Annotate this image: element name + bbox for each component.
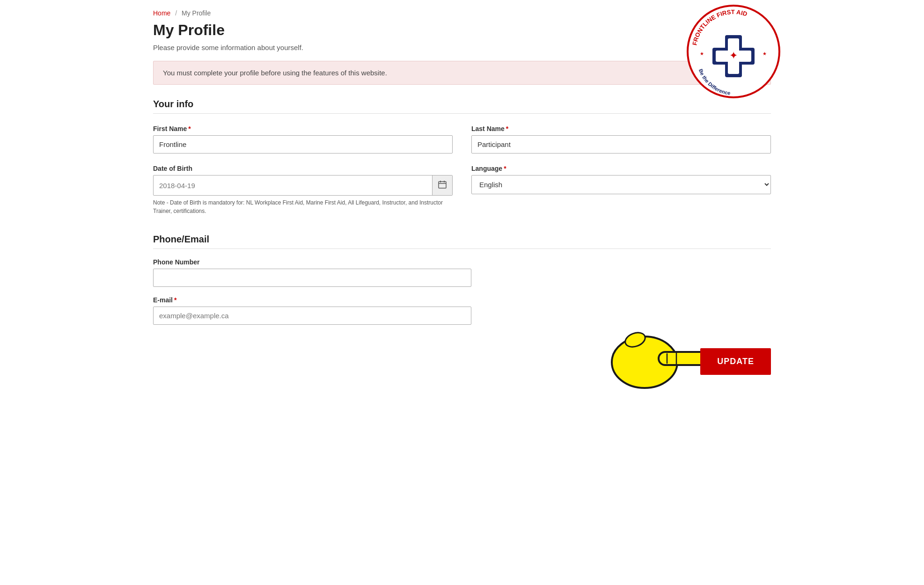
svg-text:★: ★ (763, 51, 767, 56)
dob-input-wrapper (153, 175, 453, 196)
name-row: First Name* Last Name* (153, 125, 771, 154)
svg-rect-12 (439, 182, 446, 188)
update-button[interactable]: UPDATE (700, 348, 771, 375)
dob-input[interactable] (154, 177, 432, 194)
phone-label: Phone Number (153, 258, 471, 266)
alert-message: You must complete your profile before us… (153, 61, 771, 85)
your-info-section: Your info First Name* Last Name* Date of… (153, 99, 771, 215)
email-group: E-mail* (153, 296, 471, 325)
first-name-input[interactable] (153, 135, 453, 154)
phone-input[interactable] (153, 269, 471, 287)
email-input[interactable] (153, 307, 471, 325)
last-name-label: Last Name* (471, 125, 771, 132)
svg-text:✦: ✦ (729, 50, 738, 61)
logo: ✦ FRONTLINE FIRST AID Be the Difference … (687, 5, 780, 98)
bottom-area: UPDATE (153, 334, 771, 390)
dob-label: Date of Birth (153, 165, 453, 172)
language-select[interactable]: English French (471, 175, 771, 194)
breadcrumb-separator: / (175, 9, 177, 17)
your-info-heading: Your info (153, 99, 771, 114)
phone-email-heading: Phone/Email (153, 234, 771, 249)
breadcrumb-home-link[interactable]: Home (153, 9, 170, 17)
language-label: Language* (471, 165, 771, 172)
phone-email-section: Phone/Email Phone Number E-mail* (153, 234, 771, 325)
first-name-group: First Name* (153, 125, 453, 154)
phone-group: Phone Number (153, 258, 471, 287)
breadcrumb: Home / My Profile (153, 9, 771, 17)
dob-language-row: Date of Birth Note - Date of Birth is ma… (153, 165, 771, 215)
update-button-container: UPDATE (700, 348, 771, 375)
page-subtitle: Please provide some information about yo… (153, 44, 771, 51)
first-name-label: First Name* (153, 125, 453, 132)
page-title: My Profile (153, 22, 771, 39)
email-label: E-mail* (153, 296, 471, 304)
dob-group: Date of Birth Note - Date of Birth is ma… (153, 165, 453, 215)
last-name-input[interactable] (471, 135, 771, 154)
last-name-group: Last Name* (471, 125, 771, 154)
breadcrumb-current: My Profile (182, 9, 211, 17)
dob-note: Note - Date of Birth is mandatory for: N… (153, 198, 453, 215)
language-group: Language* English French (471, 165, 771, 215)
svg-text:★: ★ (700, 51, 704, 56)
calendar-button[interactable] (432, 176, 452, 195)
